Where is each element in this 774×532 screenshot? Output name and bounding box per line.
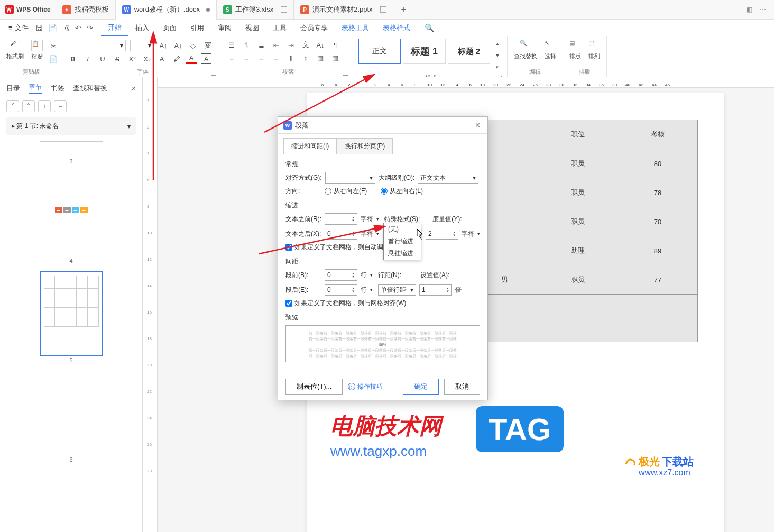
text-before-spinner[interactable]: ▲▼ xyxy=(325,213,357,225)
close-icon[interactable]: × xyxy=(132,84,136,93)
dropdown-option-firstline[interactable]: 首行缩进 xyxy=(384,235,421,247)
format-painter-button[interactable]: 🖌 格式刷 xyxy=(4,39,26,67)
remove-button[interactable]: − xyxy=(54,100,67,112)
ok-button[interactable]: 确定 xyxy=(403,379,439,395)
superscript-button[interactable]: X² xyxy=(127,53,137,64)
decrease-indent-button[interactable]: ⇤ xyxy=(271,40,281,50)
sort-button[interactable]: A↓ xyxy=(315,40,326,50)
menu-home[interactable]: 开始 xyxy=(101,20,128,36)
typeset-button[interactable]: ▤ 排版 xyxy=(567,39,583,67)
section-item[interactable]: ▸ 第 1 节: 未命名 ▾ xyxy=(6,117,136,135)
subscript-button[interactable]: X₂ xyxy=(142,53,152,64)
increase-font-button[interactable]: A↑ xyxy=(158,40,169,51)
bullets-button[interactable]: ☰ xyxy=(226,40,237,50)
menu-tools[interactable]: 工具 xyxy=(266,20,293,36)
direction-ltr-radio[interactable]: 从左向右(L) xyxy=(381,187,423,196)
tips-link[interactable]: ▷操作技巧 xyxy=(348,382,383,391)
align-center-button[interactable]: ≡ xyxy=(241,52,252,63)
grid-check1[interactable]: 如果定义了文档网格，则自动调整 xyxy=(285,243,480,252)
chevron-down-icon[interactable]: ▾ xyxy=(477,231,480,236)
show-marks-button[interactable]: ¶ xyxy=(330,40,340,50)
dropdown-option-hanging[interactable]: 悬挂缩进 xyxy=(384,247,421,260)
redo-icon[interactable]: ↷ xyxy=(87,24,93,32)
table-cell[interactable]: 助理 xyxy=(538,236,618,265)
style-up-button[interactable]: ▲ xyxy=(492,39,503,49)
nav-tab-toc[interactable]: 目录 xyxy=(6,84,20,93)
cancel-button[interactable]: 取消 xyxy=(444,379,480,395)
table-cell[interactable]: 70 xyxy=(618,207,698,236)
copy-button[interactable]: 📄 xyxy=(48,54,59,65)
text-direction-button[interactable]: 文 xyxy=(300,40,311,50)
borders-button[interactable]: ▦ xyxy=(330,52,340,63)
layout-icon[interactable]: ◧ xyxy=(747,6,752,13)
menu-member[interactable]: 会员专享 xyxy=(293,20,335,36)
page-thumbnail[interactable]: 6 xyxy=(40,371,103,467)
strike-button[interactable]: S̶ xyxy=(112,53,123,64)
print-icon[interactable]: 🖨 xyxy=(62,24,70,32)
page-thumbnail[interactable]: ▬▬▬▬ 4 xyxy=(40,172,103,268)
cut-button[interactable]: ✂ xyxy=(48,41,59,52)
file-menu[interactable]: ≡ 文件 xyxy=(5,20,35,36)
paragraph-launcher[interactable] xyxy=(343,70,348,76)
setting-spinner[interactable]: 1▲▼ xyxy=(419,284,452,296)
bold-button[interactable]: B xyxy=(68,53,78,64)
menu-page[interactable]: 页面 xyxy=(156,20,183,36)
phonetic-button[interactable]: 変 xyxy=(202,40,213,51)
direction-rtl-radio[interactable]: 从右向左(F) xyxy=(325,187,367,196)
outline-select[interactable]: 正文文本▾ xyxy=(418,172,478,184)
chevron-down-icon[interactable]: ▾ xyxy=(376,231,379,236)
nav-tab-sections[interactable]: 章节 xyxy=(29,82,42,94)
tab-ppt-doc[interactable]: P 演示文稿素材2.pptx xyxy=(294,0,393,20)
font-color-button[interactable]: A xyxy=(186,53,197,64)
align-left-button[interactable]: ≡ xyxy=(226,52,237,63)
nav-tab-bookmarks[interactable]: 书签 xyxy=(51,84,64,93)
grid-check2[interactable]: 如果定义了文档网格，则与网格对齐(W) xyxy=(285,299,480,308)
font-size-combo[interactable]: ▾ xyxy=(130,40,154,51)
multilevel-button[interactable]: ≣ xyxy=(256,40,266,50)
menu-insert[interactable]: 插入 xyxy=(128,20,156,36)
save-icon[interactable]: 🖫 xyxy=(35,24,43,32)
style-normal[interactable]: 正文 xyxy=(358,39,401,64)
chevron-down-icon[interactable]: ▾ xyxy=(370,272,373,278)
line-spacing-button[interactable]: ↕ xyxy=(300,52,311,63)
style-more-button[interactable]: ▾ xyxy=(492,62,503,72)
arrange-button[interactable]: ⬚ 排列 xyxy=(586,39,602,67)
tabstop-button[interactable]: 制表位(T)... xyxy=(285,379,343,395)
style-heading1[interactable]: 标题 1 xyxy=(403,39,445,64)
text-after-spinner[interactable]: 0▲▼ xyxy=(325,228,357,240)
style-heading2[interactable]: 标题 2 xyxy=(448,39,490,64)
style-down-button[interactable]: ▼ xyxy=(492,50,503,61)
tab-word-doc[interactable]: W word教程（新）.docx xyxy=(116,0,217,20)
new-tab-button[interactable]: + xyxy=(393,5,414,14)
tab-indent-spacing[interactable]: 缩进和间距(I) xyxy=(283,138,337,154)
dialog-titlebar[interactable]: W 段落 × xyxy=(278,117,487,134)
menu-reference[interactable]: 引用 xyxy=(183,20,211,36)
undo-icon[interactable]: ↶ xyxy=(75,24,81,32)
underline-button[interactable]: U xyxy=(97,53,108,64)
highlight-button[interactable]: 🖍 xyxy=(171,53,182,64)
align-justify-button[interactable]: ≡ xyxy=(271,52,281,63)
table-cell[interactable]: 78 xyxy=(618,178,698,207)
tab-line-page-break[interactable]: 换行和分页(P) xyxy=(337,138,393,154)
close-button[interactable]: × xyxy=(473,121,482,130)
increase-indent-button[interactable]: ⇥ xyxy=(285,40,296,50)
shading-button[interactable]: ▦ xyxy=(315,52,326,63)
table-header[interactable]: 考核 xyxy=(618,120,698,149)
table-cell[interactable]: 77 xyxy=(618,265,698,295)
menu-view[interactable]: 视图 xyxy=(238,20,266,36)
menu-table-tools[interactable]: 表格工具 xyxy=(335,20,376,36)
table-cell[interactable]: 89 xyxy=(618,236,698,265)
table-cell[interactable]: 职员 xyxy=(538,178,618,207)
page-thumbnail[interactable]: 3 xyxy=(40,141,103,169)
find-replace-button[interactable]: 🔍 查找替换 xyxy=(512,39,539,67)
space-after-spinner[interactable]: 0▲▼ xyxy=(325,284,357,296)
more-icon[interactable]: ⋯ xyxy=(760,6,766,13)
table-cell[interactable]: 职员 xyxy=(538,207,618,236)
tab-excel-doc[interactable]: S 工作簿3.xlsx xyxy=(217,0,294,20)
export-icon[interactable]: 📄 xyxy=(48,24,57,32)
page-thumbnail[interactable]: 5 xyxy=(40,271,103,368)
menu-table-style[interactable]: 表格样式 xyxy=(376,20,417,36)
line-spacing-select[interactable]: 单倍行距▾ xyxy=(378,284,416,296)
chevron-down-icon[interactable]: ▾ xyxy=(376,216,379,222)
table-cell[interactable]: 职员 xyxy=(538,265,618,295)
